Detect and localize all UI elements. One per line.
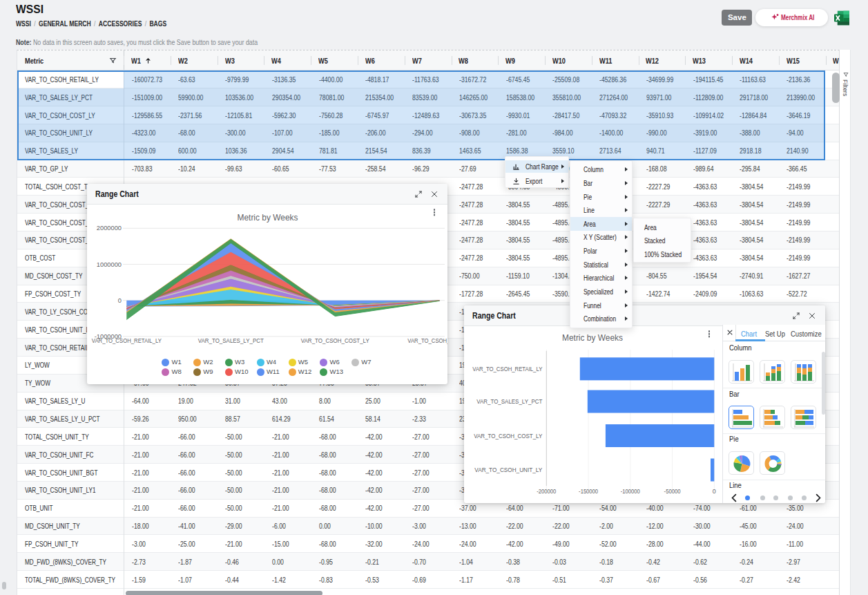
svg-text:Metric by Weeks: Metric by Weeks [562, 332, 623, 343]
svg-text:-200000: -200000 [537, 488, 556, 495]
svg-text:-50000: -50000 [664, 488, 680, 495]
svg-text:Metric by Weeks: Metric by Weeks [237, 212, 298, 223]
svg-text:1000000: 1000000 [96, 261, 121, 268]
svg-text:VAR_TO_SALES_LY_PCT: VAR_TO_SALES_LY_PCT [197, 337, 263, 344]
svg-text:2000000: 2000000 [96, 225, 121, 232]
svg-text:VAR_TO_CSOH_RETAIL_LY: VAR_TO_CSOH_RETAIL_LY [472, 366, 542, 372]
svg-text:0: 0 [712, 488, 715, 495]
svg-text:-100000: -100000 [620, 488, 639, 495]
svg-text:VAR_TO_CSOH_COST_LY: VAR_TO_CSOH_COST_LY [474, 433, 542, 440]
svg-text:VAR_TO_CSOH_COST_LY: VAR_TO_CSOH_COST_LY [300, 337, 369, 344]
svg-text:VAR_TO_CSOH_RETAIL_: VAR_TO_CSOH_RETAIL_ [407, 337, 447, 344]
svg-text:0: 0 [117, 297, 121, 304]
svg-text:-150000: -150000 [579, 488, 598, 495]
svg-text:VAR_TO_CSOH_UNIT_LY: VAR_TO_CSOH_UNIT_LY [474, 466, 542, 473]
svg-text:VAR_TO_CSOH_RETAIL_LY: VAR_TO_CSOH_RETAIL_LY [91, 337, 161, 344]
svg-text:VAR_TO_SALES_LY_PCT: VAR_TO_SALES_LY_PCT [476, 398, 542, 405]
